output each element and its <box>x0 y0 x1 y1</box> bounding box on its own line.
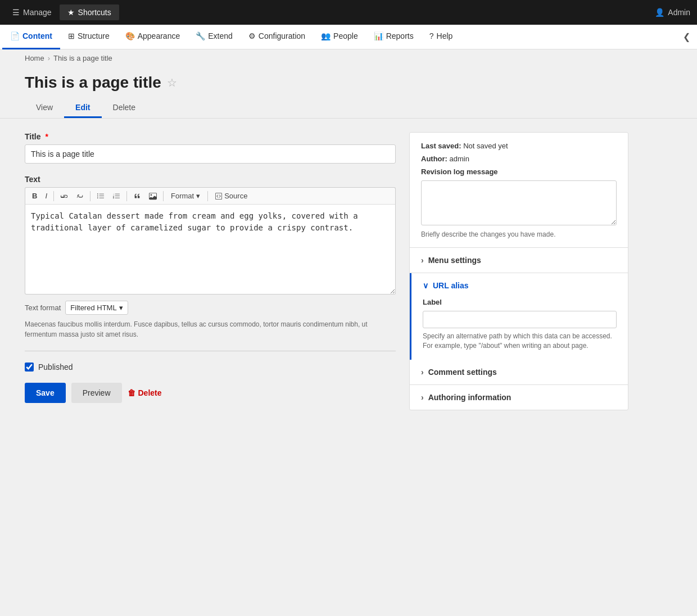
toolbar-image[interactable] <box>146 191 160 202</box>
text-format-value: Filtered HTML <box>70 304 116 312</box>
published-label[interactable]: Published <box>38 363 73 372</box>
manage-label: Manage <box>23 8 52 17</box>
published-checkbox[interactable] <box>25 363 34 372</box>
page-title: This is a page title <box>25 74 161 92</box>
text-field-group: Text B I <box>25 175 396 339</box>
tab-edit[interactable]: Edit <box>64 98 101 118</box>
author-row: Author: admin <box>421 155 617 163</box>
breadcrumb-home[interactable]: Home <box>25 54 44 62</box>
structure-icon: ⊞ <box>68 31 75 40</box>
breadcrumb: Home › This is a page title <box>0 49 697 67</box>
top-bar-left: ☰ Manage ★ Shortcuts <box>7 4 119 20</box>
sidebar-meta-section: Last saved: Not saved yet Author: admin … <box>410 133 628 248</box>
toolbar-ul[interactable] <box>93 191 108 202</box>
nav-item-extend[interactable]: 🔧 Extend <box>188 25 241 49</box>
save-button[interactable]: Save <box>25 383 66 403</box>
extend-icon: 🔧 <box>196 31 205 40</box>
shortcuts-button[interactable]: ★ Shortcuts <box>60 4 119 20</box>
title-label: Title * <box>25 132 396 141</box>
menu-settings-label: Menu settings <box>428 256 481 265</box>
authoring-info-header[interactable]: › Authoring information <box>410 385 628 410</box>
title-input[interactable] <box>25 144 396 164</box>
last-saved-row: Last saved: Not saved yet <box>421 142 617 150</box>
nav-content-label: Content <box>22 31 52 40</box>
text-label: Text <box>25 175 396 184</box>
toolbar-ol[interactable] <box>109 191 124 202</box>
authoring-info-chevron-icon: › <box>421 393 424 402</box>
manage-button[interactable]: ☰ Manage <box>7 4 57 20</box>
editor-toolbar: B I <box>25 187 396 205</box>
toolbar-format-button[interactable]: Format ▾ <box>166 190 205 202</box>
nav-people-label: People <box>333 31 358 40</box>
author-label: Author: <box>421 155 447 163</box>
toolbar-sep-3 <box>126 191 127 201</box>
nav-item-appearance[interactable]: 🎨 Appearance <box>117 25 188 49</box>
revision-log-textarea[interactable] <box>421 180 617 225</box>
url-alias-input[interactable] <box>423 311 617 328</box>
url-alias-header[interactable]: ∨ URL alias <box>411 273 628 298</box>
source-code-icon <box>215 193 222 200</box>
delete-label: Delete <box>138 388 162 397</box>
nav-item-reports[interactable]: 📊 Reports <box>366 25 422 49</box>
tabs-bar: View Edit Delete <box>0 92 697 119</box>
sidebar-card: Last saved: Not saved yet Author: admin … <box>409 132 628 410</box>
source-label: Source <box>224 192 247 200</box>
unlink-icon <box>76 192 84 200</box>
toolbar-bold[interactable]: B <box>29 190 40 202</box>
shortcuts-label: Shortcuts <box>78 8 111 17</box>
text-format-select[interactable]: Filtered HTML ▾ <box>65 301 128 315</box>
toolbar-unlink[interactable] <box>73 191 87 202</box>
text-editor[interactable]: Typical Catalan dessert made from cream … <box>25 205 396 295</box>
nav-configuration-label: Configuration <box>259 31 305 40</box>
text-format-label: Text format <box>25 304 61 312</box>
toolbar-sep-1 <box>53 191 54 201</box>
tab-view[interactable]: View <box>25 98 64 118</box>
toolbar-sep-4 <box>163 191 164 201</box>
star-icon: ★ <box>67 8 75 17</box>
authoring-info-section: › Authoring information <box>410 385 628 410</box>
menu-settings-header[interactable]: › Menu settings <box>410 248 628 273</box>
url-alias-section: ∨ URL alias Label Specify an alternative… <box>410 273 628 360</box>
toolbar-sep-5 <box>207 191 208 201</box>
nav-item-configuration[interactable]: ⚙ Configuration <box>241 25 313 49</box>
toolbar-source-button[interactable]: Source <box>211 190 252 202</box>
appearance-icon: 🎨 <box>125 31 135 40</box>
main-content: Title * Text B I <box>0 119 697 616</box>
comment-settings-section: › Comment settings <box>410 360 628 385</box>
title-field-group: Title * <box>25 132 396 164</box>
top-bar-right: 👤 Admin <box>655 8 690 17</box>
nav-help-label: Help <box>437 31 453 40</box>
comment-settings-header[interactable]: › Comment settings <box>410 360 628 384</box>
favorite-icon[interactable]: ☆ <box>167 76 177 89</box>
nav-appearance-label: Appearance <box>138 31 180 40</box>
form-divider <box>25 351 396 351</box>
breadcrumb-separator: › <box>48 54 50 62</box>
nav-item-people[interactable]: 👥 People <box>313 25 366 49</box>
comment-settings-chevron-icon: › <box>421 368 424 377</box>
page-title-row: This is a page title ☆ <box>25 74 672 92</box>
preview-button[interactable]: Preview <box>71 383 122 403</box>
toolbar-link[interactable] <box>57 191 71 202</box>
nav-structure-label: Structure <box>78 31 110 40</box>
nav-collapse-button[interactable]: ❮ <box>676 31 697 42</box>
url-alias-content: Label Specify an alternative path by whi… <box>411 298 628 360</box>
toolbar-blockquote[interactable] <box>130 191 144 202</box>
delete-button[interactable]: 🗑 Delete <box>128 388 162 397</box>
nav-item-help[interactable]: ? Help <box>422 25 461 49</box>
user-icon: 👤 <box>655 8 664 17</box>
revision-log-label: Revision log message <box>421 167 617 176</box>
format-help-text: Maecenas faucibus mollis interdum. Fusce… <box>25 319 396 339</box>
text-format-chevron-icon: ▾ <box>119 304 123 312</box>
action-buttons: Save Preview 🗑 Delete <box>25 383 396 403</box>
text-format-row: Text format Filtered HTML ▾ <box>25 301 396 315</box>
last-saved-label: Last saved: <box>421 142 461 150</box>
nav-item-content[interactable]: 📄 Content <box>2 25 60 49</box>
revision-log-help: Briefly describe the changes you have ma… <box>421 230 617 238</box>
format-chevron-icon: ▾ <box>196 192 200 200</box>
last-saved-value: Not saved yet <box>463 142 508 150</box>
left-panel: Title * Text B I <box>25 132 396 609</box>
toolbar-italic[interactable]: I <box>42 190 51 202</box>
delete-trash-icon: 🗑 <box>128 388 135 397</box>
nav-item-structure[interactable]: ⊞ Structure <box>60 25 117 49</box>
tab-delete[interactable]: Delete <box>102 98 147 118</box>
